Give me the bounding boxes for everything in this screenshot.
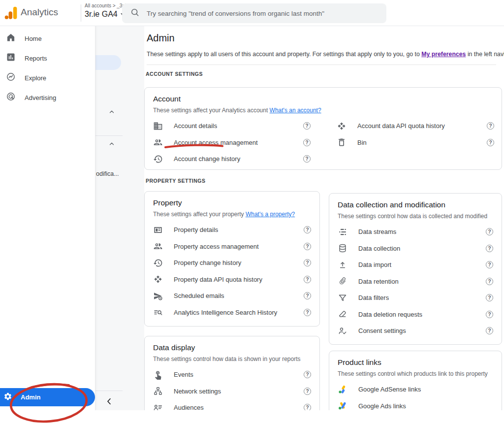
settings-item-data-retention[interactable]: Data retention? — [338, 273, 493, 290]
bottom-crop-strip — [0, 410, 504, 426]
settings-item-label: Bin — [357, 139, 367, 146]
help-icon[interactable]: ? — [486, 278, 493, 285]
settings-item-data-deletion-requests[interactable]: Data deletion requests? — [338, 306, 493, 323]
settings-item-account-data-api-quota-history[interactable]: Account data API quota history? — [337, 118, 494, 134]
help-icon[interactable]: ? — [304, 226, 311, 233]
upload-icon — [338, 260, 347, 270]
help-icon[interactable]: ? — [486, 294, 493, 301]
bin-icon — [337, 137, 346, 147]
help-icon[interactable]: ? — [304, 276, 311, 283]
settings-item-property-change-history[interactable]: Property change history? — [153, 255, 311, 271]
settings-item-property-data-api-quota-history[interactable]: Property data API quota history? — [153, 271, 311, 288]
subnav-divider — [95, 391, 123, 391]
help-icon[interactable]: ? — [303, 139, 311, 146]
settings-item-account-access-management[interactable]: Account access management? — [153, 134, 311, 151]
people-icon — [153, 241, 163, 251]
help-icon[interactable]: ? — [486, 311, 493, 318]
settings-item-label: Property access management — [174, 243, 259, 250]
help-icon[interactable]: ? — [304, 243, 311, 250]
card-subtitle: These settings control how data is colle… — [338, 213, 493, 220]
help-icon[interactable]: ? — [486, 327, 493, 334]
settings-item-label: Account details — [174, 122, 217, 130]
settings-item-label: Data filters — [358, 294, 389, 301]
help-icon[interactable]: ? — [304, 371, 311, 378]
settings-column: Google AdSense linksGoogle Ads links — [338, 381, 493, 414]
help-icon[interactable]: ? — [304, 388, 311, 395]
help-icon[interactable]: ? — [486, 245, 493, 252]
page-description: These settings apply to all users of thi… — [147, 51, 501, 58]
settings-item-google-adsense-links[interactable]: Google AdSense links — [338, 381, 493, 398]
whats-an-account-link[interactable]: What's an account? — [270, 107, 321, 114]
truncated-subnav-item[interactable]: odifica... — [96, 170, 122, 177]
sidebar-item-reports[interactable]: Reports — [0, 48, 95, 68]
card-icon — [153, 225, 163, 235]
help-icon[interactable]: ? — [303, 122, 311, 130]
brand-name: Analytics — [21, 7, 58, 18]
help-icon[interactable]: ? — [304, 292, 311, 299]
account-card: Account These settings affect your Analy… — [144, 87, 502, 170]
whats-a-property-link[interactable]: What's a property? — [246, 211, 295, 218]
sidebar-item-home[interactable]: Home — [0, 29, 95, 48]
settings-item-label: Google Ads links — [358, 402, 406, 410]
attach-icon — [338, 276, 347, 286]
help-icon[interactable]: ? — [304, 309, 311, 316]
help-icon[interactable]: ? — [304, 259, 311, 266]
sidebar-item-label: Explore — [25, 74, 46, 82]
settings-item-label: Data collection — [358, 245, 400, 252]
property-selector[interactable]: 3r.ie GA4 — [85, 10, 125, 19]
settings-item-property-access-management[interactable]: Property access management? — [153, 238, 311, 255]
subnav-selected-item[interactable] — [95, 55, 121, 70]
google-ads-icon — [338, 401, 347, 411]
history-icon — [153, 154, 163, 164]
help-icon[interactable]: ? — [486, 228, 493, 235]
reports-icon — [6, 52, 16, 64]
chevron-up-icon[interactable] — [108, 108, 115, 115]
help-icon[interactable]: ? — [487, 122, 494, 130]
settings-item-account-change-history[interactable]: Account change history? — [153, 151, 311, 167]
settings-column: Account data API quota history?Bin? — [337, 118, 494, 167]
card-title: Account — [153, 95, 493, 103]
person-check-icon — [338, 326, 347, 336]
help-icon[interactable]: ? — [487, 139, 494, 146]
settings-item-data-streams[interactable]: Data streams? — [338, 224, 493, 240]
network-icon — [153, 386, 163, 396]
settings-item-data-filters[interactable]: Data filters? — [338, 290, 493, 306]
home-icon — [6, 33, 16, 44]
database-icon — [338, 243, 347, 253]
settings-item-data-collection[interactable]: Data collection? — [338, 240, 493, 257]
settings-item-property-details[interactable]: Property details? — [153, 222, 311, 238]
settings-item-events[interactable]: Events? — [153, 366, 311, 383]
settings-item-consent-settings[interactable]: Consent settings? — [338, 323, 493, 339]
settings-item-label: Scheduled emails — [174, 292, 224, 299]
move-icon — [337, 121, 346, 131]
search-input[interactable]: Try searching "trend of conversions from… — [122, 3, 386, 23]
settings-item-label: Account data API quota history — [357, 122, 445, 130]
subnav-divider — [95, 135, 123, 136]
settings-item-network-settings[interactable]: Network settings? — [153, 383, 311, 400]
property-card: Property These settings affect your prop… — [144, 191, 320, 327]
settings-item-account-details[interactable]: Account details? — [153, 118, 311, 134]
admin-nav-button[interactable]: Admin — [0, 388, 95, 406]
settings-item-bin[interactable]: Bin? — [337, 134, 494, 151]
settings-item-scheduled-emails[interactable]: Scheduled emails? — [153, 288, 311, 304]
advertising-icon — [6, 92, 16, 103]
google-analytics-logo-icon[interactable] — [4, 5, 19, 20]
page-title: Admin — [147, 33, 175, 44]
sidebar-item-advertising[interactable]: Advertising — [0, 88, 95, 107]
settings-item-analytics-intelligence-search-history[interactable]: Analytics Intelligence Search History? — [153, 304, 311, 321]
my-preferences-link[interactable]: My preferences — [421, 51, 466, 58]
data-collection-card: Data collection and modification These s… — [329, 193, 502, 345]
help-icon[interactable]: ? — [303, 155, 311, 163]
settings-column: Property details?Property access managem… — [153, 222, 311, 321]
settings-item-data-import[interactable]: Data import? — [338, 257, 493, 273]
chevron-up-icon[interactable] — [108, 140, 115, 147]
admin-content: Admin These settings apply to all users … — [144, 26, 504, 410]
settings-item-label: Property details — [174, 226, 218, 233]
settings-item-label: Data retention — [358, 278, 399, 285]
card-title: Product links — [338, 358, 493, 367]
help-icon[interactable]: ? — [486, 261, 493, 268]
card-title: Data display — [153, 343, 311, 352]
search-placeholder: Try searching "trend of conversions from… — [147, 10, 324, 17]
sidebar-item-explore[interactable]: Explore — [0, 68, 95, 88]
chevron-left-collapse-icon[interactable] — [105, 397, 114, 406]
